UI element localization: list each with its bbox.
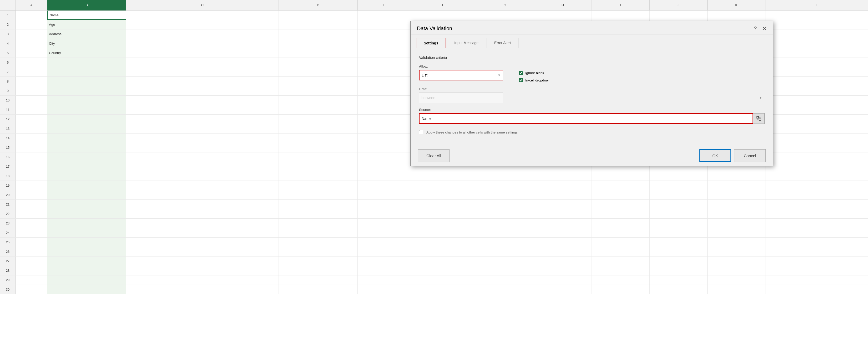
- cell-l15[interactable]: [766, 143, 868, 152]
- cell-h21[interactable]: [534, 200, 592, 209]
- cell-e28[interactable]: [358, 266, 410, 275]
- allow-select[interactable]: List Any value Whole number Decimal Date…: [419, 70, 503, 81]
- cell-l26[interactable]: [766, 247, 868, 256]
- cell-l27[interactable]: [766, 257, 868, 266]
- cell-c16[interactable]: [126, 153, 279, 162]
- col-header-i[interactable]: I: [592, 0, 650, 10]
- cell-e11[interactable]: [358, 105, 410, 114]
- col-header-d[interactable]: D: [279, 0, 358, 10]
- cell-h19[interactable]: [534, 181, 592, 190]
- cell-l21[interactable]: [766, 200, 868, 209]
- cell-k20[interactable]: [708, 190, 766, 199]
- cell-e24[interactable]: [358, 228, 410, 237]
- cell-i22[interactable]: [592, 209, 650, 218]
- cell-g20[interactable]: [476, 190, 534, 199]
- cell-j1[interactable]: [650, 10, 708, 20]
- cell-b19[interactable]: [48, 181, 126, 190]
- cell-a21[interactable]: [16, 200, 48, 209]
- cell-d21[interactable]: [279, 200, 358, 209]
- cell-k24[interactable]: [708, 228, 766, 237]
- cell-a19[interactable]: [16, 181, 48, 190]
- cell-d26[interactable]: [279, 247, 358, 256]
- cell-b3[interactable]: Address: [48, 29, 126, 39]
- cell-d10[interactable]: [279, 96, 358, 105]
- cell-g19[interactable]: [476, 181, 534, 190]
- cell-k25[interactable]: [708, 237, 766, 247]
- col-header-c[interactable]: C: [126, 0, 279, 10]
- cell-l19[interactable]: [766, 181, 868, 190]
- cell-e5[interactable]: [358, 49, 410, 58]
- col-header-f[interactable]: F: [410, 0, 476, 10]
- cell-d5[interactable]: [279, 49, 358, 58]
- cell-f19[interactable]: [410, 181, 476, 190]
- cell-f29[interactable]: [410, 276, 476, 285]
- cell-l17[interactable]: [766, 162, 868, 171]
- cell-c26[interactable]: [126, 247, 279, 256]
- cell-f20[interactable]: [410, 190, 476, 199]
- cell-e3[interactable]: [358, 29, 410, 39]
- cell-d13[interactable]: [279, 124, 358, 133]
- cell-j26[interactable]: [650, 247, 708, 256]
- cell-c28[interactable]: [126, 266, 279, 275]
- cell-b18[interactable]: [48, 171, 126, 181]
- cell-e16[interactable]: [358, 153, 410, 162]
- cell-a18[interactable]: [16, 171, 48, 181]
- cell-a22[interactable]: [16, 209, 48, 218]
- cell-e27[interactable]: [358, 257, 410, 266]
- cell-a7[interactable]: [16, 67, 48, 76]
- cell-g29[interactable]: [476, 276, 534, 285]
- cell-j22[interactable]: [650, 209, 708, 218]
- cell-e10[interactable]: [358, 96, 410, 105]
- cell-h23[interactable]: [534, 219, 592, 228]
- cell-l28[interactable]: [766, 266, 868, 275]
- cell-b20[interactable]: [48, 190, 126, 199]
- cell-a16[interactable]: [16, 153, 48, 162]
- cell-e30[interactable]: [358, 285, 410, 294]
- cell-c1[interactable]: [126, 10, 279, 20]
- cell-l8[interactable]: [766, 77, 868, 86]
- cell-g25[interactable]: [476, 237, 534, 247]
- cell-d2[interactable]: [279, 20, 358, 29]
- cell-b25[interactable]: [48, 237, 126, 247]
- ok-button[interactable]: OK: [700, 149, 731, 162]
- cell-j21[interactable]: [650, 200, 708, 209]
- cell-d29[interactable]: [279, 276, 358, 285]
- cell-g28[interactable]: [476, 266, 534, 275]
- cell-d16[interactable]: [279, 153, 358, 162]
- cell-a26[interactable]: [16, 247, 48, 256]
- source-range-button[interactable]: [753, 113, 765, 124]
- cell-g24[interactable]: [476, 228, 534, 237]
- cell-c25[interactable]: [126, 237, 279, 247]
- cell-i1[interactable]: [592, 10, 650, 20]
- cell-b29[interactable]: [48, 276, 126, 285]
- cell-c23[interactable]: [126, 219, 279, 228]
- col-header-h[interactable]: H: [534, 0, 592, 10]
- cell-k28[interactable]: [708, 266, 766, 275]
- cell-i30[interactable]: [592, 285, 650, 294]
- cell-g27[interactable]: [476, 257, 534, 266]
- cell-c22[interactable]: [126, 209, 279, 218]
- cell-l9[interactable]: [766, 86, 868, 95]
- cell-d20[interactable]: [279, 190, 358, 199]
- cell-a4[interactable]: [16, 39, 48, 48]
- cell-d12[interactable]: [279, 115, 358, 124]
- cell-c11[interactable]: [126, 105, 279, 114]
- cell-b2[interactable]: Age: [48, 20, 126, 29]
- cell-a30[interactable]: [16, 285, 48, 294]
- cell-a3[interactable]: [16, 29, 48, 39]
- cell-c9[interactable]: [126, 86, 279, 95]
- cell-c20[interactable]: [126, 190, 279, 199]
- cell-d4[interactable]: [279, 39, 358, 48]
- cell-l3[interactable]: [766, 29, 868, 39]
- cell-c3[interactable]: [126, 29, 279, 39]
- cell-h22[interactable]: [534, 209, 592, 218]
- cell-l2[interactable]: [766, 20, 868, 29]
- cell-g1[interactable]: [476, 10, 534, 20]
- cell-c17[interactable]: [126, 162, 279, 171]
- cell-b11[interactable]: [48, 105, 126, 114]
- cell-d22[interactable]: [279, 209, 358, 218]
- cell-i29[interactable]: [592, 276, 650, 285]
- cell-b15[interactable]: [48, 143, 126, 152]
- cell-f27[interactable]: [410, 257, 476, 266]
- cell-c6[interactable]: [126, 58, 279, 67]
